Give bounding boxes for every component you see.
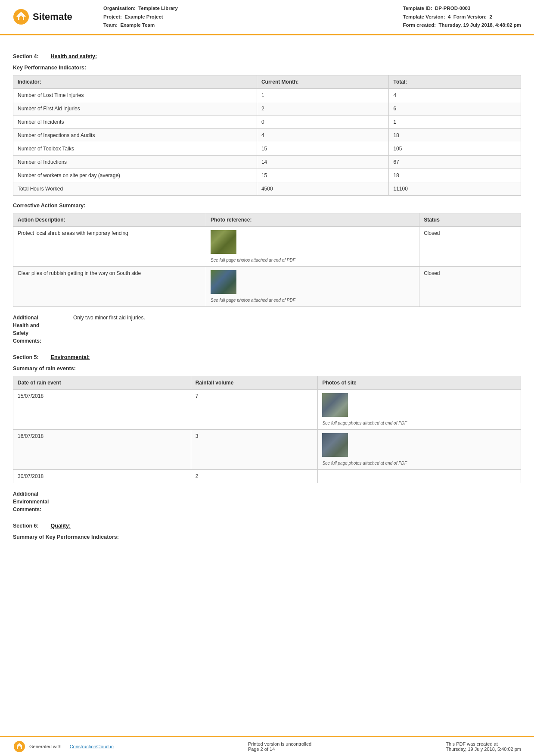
section6-heading: Section 6: Quality:: [13, 523, 521, 529]
kpi-indicator: Number of First Aid Injuries: [13, 102, 257, 115]
rain-photo-caption: See full page photos attached at end of …: [322, 421, 407, 425]
additional-hs-label-line4: Comments:: [13, 338, 41, 344]
additional-env-label-line1: Additional: [13, 491, 38, 497]
section4-label: Section 4:: [13, 53, 39, 59]
rain-photos: [318, 469, 521, 483]
rain-photos: See full page photos attached at end of …: [318, 389, 521, 429]
team-line: Team: Example Team: [103, 21, 178, 30]
project-line: Project: Example Project: [103, 13, 178, 22]
header-meta-right: Template ID: DP-PROD-0003 Template Versi…: [403, 4, 521, 30]
additional-hs-comments: Additional Health and Safety Comments: O…: [13, 314, 521, 345]
corrective-action-table: Action Description: Photo reference: Sta…: [13, 213, 521, 307]
ca-col-status: Status: [419, 213, 521, 226]
additional-env-label: Additional Environmental Comments:: [13, 490, 65, 513]
form-created-value: Thursday, 19 July 2018, 4:48:02 pm: [438, 22, 521, 28]
footer-right: This PDF was created at Thursday, 19 Jul…: [446, 741, 521, 752]
footer-uncontrolled: Printed version is uncontrolled: [248, 741, 311, 747]
kpi-row: Number of First Aid Injuries 2 6: [13, 102, 521, 115]
rain-table: Date of rain event Rainfall volume Photo…: [13, 376, 521, 483]
project-value: Example Project: [124, 14, 163, 19]
rain-col-date: Date of rain event: [13, 376, 191, 389]
additional-hs-label-line2: Health and: [13, 322, 39, 328]
section6-label: Section 6:: [13, 523, 39, 529]
section5-title: Environmental:: [51, 354, 90, 360]
kpi-total: 11100: [389, 182, 521, 195]
ca-photo-img: [211, 270, 236, 294]
section5-label: Section 5:: [13, 354, 39, 360]
template-version-line: Template Version: 4 Form Version: 2: [403, 13, 521, 22]
footer-center: Printed version is uncontrolled Page 2 o…: [248, 741, 311, 752]
project-label: Project:: [103, 14, 122, 19]
rain-photos: See full page photos attached at end of …: [318, 429, 521, 469]
footer-generated-label: Generated with: [29, 744, 62, 749]
kpi-total: 105: [389, 142, 521, 155]
header-meta: Organisation: Template Library Project: …: [90, 4, 521, 30]
quality-heading: Summary of Key Performance Indicators:: [13, 534, 521, 540]
kpi-current-month: 0: [257, 115, 389, 128]
team-label: Team:: [103, 22, 118, 28]
ca-status: Closed: [419, 226, 521, 266]
kpi-total: 67: [389, 155, 521, 169]
corrective-action-heading: Corrective Action Summary:: [13, 203, 521, 209]
ca-col-action: Action Description:: [13, 213, 206, 226]
kpi-current-month: 15: [257, 169, 389, 182]
footer-pdf-created: This PDF was created at: [446, 741, 521, 747]
ca-action: Clear piles of rubbish getting in the wa…: [13, 266, 206, 306]
ca-photo: See full page photos attached at end of …: [206, 226, 419, 266]
kpi-indicator: Number of Inspections and Audits: [13, 128, 257, 142]
org-value: Template Library: [138, 6, 178, 11]
ca-photo-caption: See full page photos attached at end of …: [211, 258, 295, 262]
kpi-row: Number of Inspections and Audits 4 18: [13, 128, 521, 142]
ca-col-photo: Photo reference:: [206, 213, 419, 226]
kpi-table: Indicator: Current Month: Total: Number …: [13, 75, 521, 196]
kpi-indicator: Number of Incidents: [13, 115, 257, 128]
additional-hs-label-line3: Safety: [13, 330, 28, 336]
kpi-row: Number of Incidents 0 1: [13, 115, 521, 128]
section4-title: Health and safety:: [51, 53, 97, 59]
template-id-label: Template ID:: [403, 6, 432, 11]
additional-env-label-line2: Environmental: [13, 499, 49, 505]
logo-text: Sitemate: [33, 11, 72, 22]
section5-heading: Section 5: Environmental:: [13, 354, 521, 360]
ca-action: Protect local shrub areas with temporary…: [13, 226, 206, 266]
ca-row: Protect local shrub areas with temporary…: [13, 226, 521, 266]
kpi-col-indicator: Indicator:: [13, 75, 257, 88]
section6-title: Quality:: [51, 523, 71, 529]
footer-link[interactable]: ConstructionCloud.io: [70, 744, 114, 749]
ca-row: Clear piles of rubbish getting in the wa…: [13, 266, 521, 306]
kpi-row: Number of Toolbox Talks 15 105: [13, 142, 521, 155]
kpi-total: 6: [389, 102, 521, 115]
rain-rainfall: 2: [191, 469, 318, 483]
rain-rainfall: 7: [191, 389, 318, 429]
kpi-total: 18: [389, 128, 521, 142]
rain-rainfall: 3: [191, 429, 318, 469]
template-id-line: Template ID: DP-PROD-0003: [403, 4, 521, 13]
additional-env-label-line3: Comments:: [13, 506, 41, 512]
page-footer: Generated with ConstructionCloud.io Prin…: [0, 736, 534, 756]
footer-logo-icon: [13, 740, 26, 753]
rain-row: 16/07/2018 3 See full page photos attach…: [13, 429, 521, 469]
rain-row: 15/07/2018 7 See full page photos attach…: [13, 389, 521, 429]
ca-status: Closed: [419, 266, 521, 306]
form-created-label: Form created:: [403, 22, 436, 28]
form-created-line: Form created: Thursday, 19 July 2018, 4:…: [403, 21, 521, 30]
template-version-value: 4: [448, 14, 450, 19]
rain-row: 30/07/2018 2: [13, 469, 521, 483]
rain-date: 16/07/2018: [13, 429, 191, 469]
kpi-heading: Key Performance Indicators:: [13, 65, 521, 71]
kpi-current-month: 1: [257, 88, 389, 102]
kpi-current-month: 14: [257, 155, 389, 169]
org-line: Organisation: Template Library: [103, 4, 178, 13]
template-id-value: DP-PROD-0003: [435, 6, 470, 11]
rain-photo-img: [322, 433, 348, 457]
form-version-label: Form Version:: [453, 14, 487, 19]
kpi-row: Number of workers on site per day (avera…: [13, 169, 521, 182]
kpi-row: Number of Lost Time Injuries 1 4: [13, 88, 521, 102]
header-meta-left: Organisation: Template Library Project: …: [103, 4, 178, 30]
additional-env-comments: Additional Environmental Comments:: [13, 490, 521, 513]
additional-hs-value: Only two minor first aid injuries.: [73, 314, 145, 345]
kpi-current-month: 2: [257, 102, 389, 115]
logo-area: Sitemate: [13, 4, 82, 30]
kpi-row: Total Hours Worked 4500 11100: [13, 182, 521, 195]
kpi-row: Number of Inductions 14 67: [13, 155, 521, 169]
